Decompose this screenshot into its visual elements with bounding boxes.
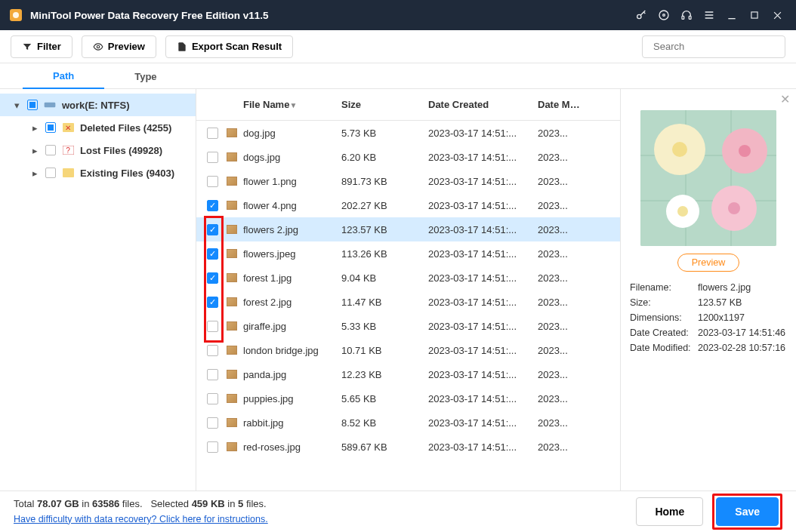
- file-checkbox[interactable]: [207, 369, 218, 380]
- svg-rect-15: [63, 168, 74, 177]
- app-title: MiniTool Power Data Recovery Free Editio…: [30, 10, 269, 21]
- file-row[interactable]: flower 4.png202.27 KB2023-03-17 14:51:..…: [196, 193, 620, 217]
- checkbox-empty[interactable]: [45, 168, 56, 178]
- file-created: 2023-03-17 14:51:...: [428, 321, 538, 332]
- file-checkbox[interactable]: [207, 248, 218, 260]
- meta-filename: flowers 2.jpg: [698, 282, 787, 293]
- col-created[interactable]: Date Created: [428, 99, 538, 110]
- checkbox-empty[interactable]: [45, 145, 56, 155]
- preview-open-button[interactable]: Preview: [677, 254, 739, 272]
- col-filename[interactable]: File Name▼: [243, 99, 341, 110]
- file-checkbox[interactable]: [207, 321, 218, 332]
- checkbox-indeterminate[interactable]: [45, 122, 56, 133]
- save-button[interactable]: Save: [716, 497, 779, 526]
- tree-existing[interactable]: ▸ Existing Files (9403): [0, 161, 196, 184]
- tab-type[interactable]: Type: [104, 63, 187, 89]
- file-row[interactable]: puppies.jpg5.65 KB2023-03-17 14:51:...20…: [196, 386, 620, 411]
- meta-modified-label: Date Modified:: [630, 343, 698, 353]
- meta-size-label: Size:: [630, 297, 698, 308]
- close-preview-icon[interactable]: ✕: [780, 92, 790, 106]
- svg-point-22: [672, 142, 687, 157]
- file-modified: 2023...: [538, 297, 583, 308]
- file-size: 202.27 KB: [341, 200, 428, 211]
- file-name: forest 1.jpg: [243, 272, 341, 284]
- main-area: ▾ work(E: NTFS) ▸ ✕ Deleted Files (4255)…: [0, 89, 796, 490]
- file-row[interactable]: dog.jpg5.73 KB2023-03-17 14:51:...2023..…: [196, 121, 620, 145]
- file-row[interactable]: flowers 2.jpg123.57 KB2023-03-17 14:51:.…: [196, 217, 620, 241]
- file-checkbox[interactable]: [207, 200, 218, 211]
- file-checkbox[interactable]: [207, 441, 218, 453]
- file-modified: 2023...: [538, 176, 583, 187]
- checkbox-indeterminate[interactable]: [27, 100, 38, 110]
- file-modified: 2023...: [538, 224, 583, 235]
- file-modified: 2023...: [538, 152, 583, 163]
- chevron-right-icon: ▸: [30, 168, 39, 179]
- file-modified: 2023...: [538, 393, 583, 404]
- minimize-icon[interactable]: [720, 4, 743, 26]
- tree-root[interactable]: ▾ work(E: NTFS): [0, 94, 196, 116]
- file-created: 2023-03-17 14:51:...: [428, 297, 538, 308]
- file-name: red-roses.jpg: [243, 441, 341, 453]
- tree-deleted[interactable]: ▸ ✕ Deleted Files (4255): [0, 116, 196, 139]
- headphones-icon[interactable]: [675, 4, 698, 26]
- file-checkbox[interactable]: [207, 224, 218, 235]
- tree-existing-label: Existing Files (9403): [80, 168, 174, 179]
- file-size: 113.26 KB: [341, 248, 428, 260]
- col-modified[interactable]: Date Modif: [538, 99, 583, 110]
- export-button[interactable]: Export Scan Result: [165, 35, 293, 58]
- svg-point-8: [97, 45, 100, 48]
- file-row[interactable]: rabbit.jpg8.52 KB2023-03-17 14:51:...202…: [196, 411, 620, 435]
- maximize-icon[interactable]: [743, 4, 766, 26]
- file-row[interactable]: giraffe.jpg5.33 KB2023-03-17 14:51:...20…: [196, 314, 620, 338]
- help-link[interactable]: Have difficulty with data recovery? Clic…: [14, 514, 268, 524]
- file-created: 2023-03-17 14:51:...: [428, 417, 538, 429]
- meta-dim-label: Dimensions:: [630, 312, 698, 323]
- chevron-down-icon: ▾: [12, 100, 21, 111]
- file-checkbox[interactable]: [207, 393, 218, 404]
- search-input[interactable]: [653, 41, 780, 52]
- file-checkbox[interactable]: [207, 297, 218, 308]
- file-name: flower 1.png: [243, 176, 341, 187]
- file-size: 11.47 KB: [341, 297, 428, 308]
- sort-desc-icon: ▼: [289, 101, 297, 109]
- image-file-icon: [227, 297, 243, 306]
- tab-path[interactable]: Path: [23, 63, 104, 89]
- file-row[interactable]: forest 2.jpg11.47 KB2023-03-17 14:51:...…: [196, 290, 620, 314]
- close-icon[interactable]: [766, 4, 788, 26]
- key-icon[interactable]: [630, 4, 653, 26]
- file-size: 9.04 KB: [341, 272, 428, 284]
- disc-icon[interactable]: [653, 4, 675, 26]
- menu-icon[interactable]: [698, 4, 720, 26]
- file-name: flowers 2.jpg: [243, 224, 341, 235]
- col-size[interactable]: Size: [341, 99, 428, 110]
- file-row[interactable]: red-roses.jpg589.67 KB2023-03-17 14:51:.…: [196, 435, 620, 459]
- file-size: 5.73 KB: [341, 128, 428, 139]
- file-row[interactable]: panda.jpg12.23 KB2023-03-17 14:51:...202…: [196, 362, 620, 386]
- file-checkbox[interactable]: [207, 128, 218, 139]
- file-row[interactable]: london bridge.jpg10.71 KB2023-03-17 14:5…: [196, 338, 620, 362]
- svg-point-28: [677, 206, 688, 217]
- search-input-wrapper[interactable]: [642, 35, 785, 58]
- file-checkbox[interactable]: [207, 417, 218, 429]
- image-file-icon: [227, 370, 243, 379]
- home-button[interactable]: Home: [636, 497, 703, 526]
- folder-deleted-icon: ✕: [62, 123, 74, 132]
- file-name: flowers.jpeg: [243, 248, 341, 260]
- file-modified: 2023...: [538, 272, 583, 284]
- file-list-header: File Name▼ Size Date Created Date Modif: [196, 89, 620, 121]
- file-row[interactable]: flower 1.png891.73 KB2023-03-17 14:51:..…: [196, 169, 620, 193]
- file-list[interactable]: File Name▼ Size Date Created Date Modif …: [196, 89, 620, 490]
- file-checkbox[interactable]: [207, 345, 218, 356]
- drive-icon: [44, 100, 56, 109]
- file-modified: 2023...: [538, 128, 583, 139]
- file-checkbox[interactable]: [207, 176, 218, 187]
- filter-button[interactable]: Filter: [11, 35, 73, 58]
- file-row[interactable]: flowers.jpeg113.26 KB2023-03-17 14:51:..…: [196, 241, 620, 266]
- file-row[interactable]: forest 1.jpg9.04 KB2023-03-17 14:51:...2…: [196, 266, 620, 290]
- image-file-icon: [227, 418, 243, 427]
- file-row[interactable]: dogs.jpg6.20 KB2023-03-17 14:51:...2023.…: [196, 145, 620, 169]
- file-checkbox[interactable]: [207, 272, 218, 284]
- file-checkbox[interactable]: [207, 152, 218, 163]
- preview-button[interactable]: Preview: [82, 35, 156, 58]
- tree-lost[interactable]: ▸ ? Lost Files (49928): [0, 139, 196, 161]
